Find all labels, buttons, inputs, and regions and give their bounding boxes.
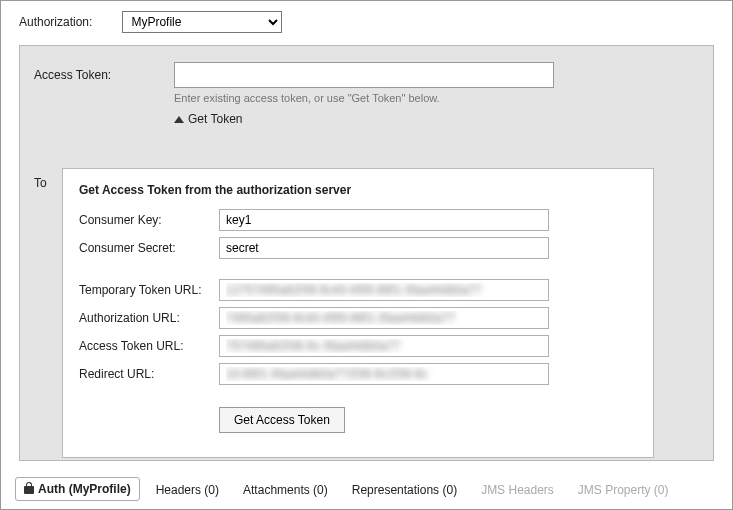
token-section-label: To (34, 176, 47, 190)
access-token-url-label: Access Token URL: (79, 339, 219, 353)
get-access-token-button[interactable]: Get Access Token (219, 407, 345, 433)
temporary-token-url-input[interactable] (219, 279, 549, 301)
lock-icon (24, 483, 34, 495)
authorization-url-input[interactable] (219, 307, 549, 329)
tab-representations[interactable]: Representations (0) (344, 479, 465, 501)
authorization-profile-select[interactable]: MyProfile (122, 11, 282, 33)
access-token-label: Access Token: (34, 68, 174, 82)
authorization-url-label: Authorization URL: (79, 311, 219, 325)
tab-auth[interactable]: Auth (MyProfile) (15, 477, 140, 501)
redirect-url-input[interactable] (219, 363, 549, 385)
get-token-toggle[interactable]: Get Token (174, 112, 699, 126)
authorization-label: Authorization: (19, 15, 92, 29)
consumer-secret-label: Consumer Secret: (79, 241, 219, 255)
authorization-panel: Access Token: Enter existing access toke… (19, 45, 714, 461)
bottom-tabs: Auth (MyProfile) Headers (0) Attachments… (15, 477, 677, 501)
consumer-key-input[interactable] (219, 209, 549, 231)
redirect-url-label: Redirect URL: (79, 367, 219, 381)
access-token-url-input[interactable] (219, 335, 549, 357)
access-token-helper: Enter existing access token, or use "Get… (174, 92, 699, 104)
access-token-input[interactable] (174, 62, 554, 88)
temporary-token-url-label: Temporary Token URL: (79, 283, 219, 297)
chevron-up-icon (174, 116, 184, 123)
tab-headers[interactable]: Headers (0) (148, 479, 227, 501)
consumer-secret-input[interactable] (219, 237, 549, 259)
get-access-token-popup: Get Access Token from the authorization … (62, 168, 654, 458)
tab-attachments[interactable]: Attachments (0) (235, 479, 336, 501)
get-token-toggle-label: Get Token (188, 112, 242, 126)
tab-jms-property: JMS Property (0) (570, 479, 677, 501)
tab-jms-headers: JMS Headers (473, 479, 562, 501)
consumer-key-label: Consumer Key: (79, 213, 219, 227)
popup-title: Get Access Token from the authorization … (79, 183, 637, 197)
tab-auth-label: Auth (MyProfile) (38, 482, 131, 496)
